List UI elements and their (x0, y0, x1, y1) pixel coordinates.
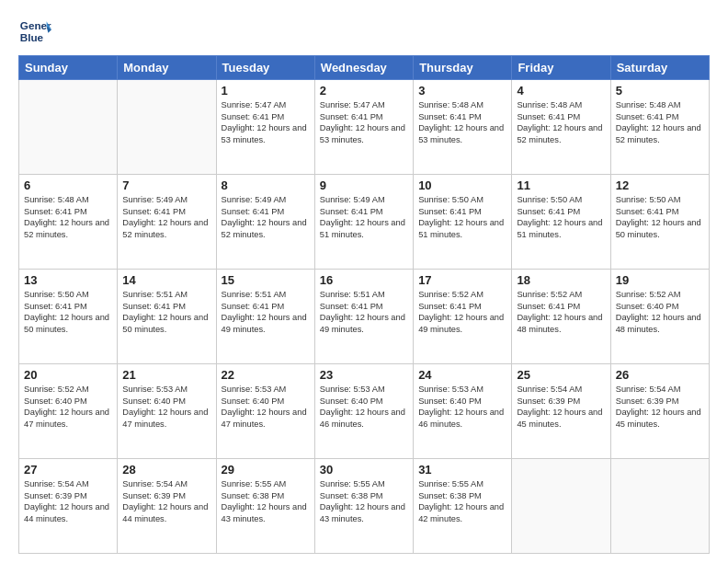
day-info: Sunrise: 5:50 AM Sunset: 6:41 PM Dayligh… (517, 194, 605, 240)
day-number: 12 (616, 178, 704, 192)
calendar-cell: 17Sunrise: 5:52 AM Sunset: 6:41 PM Dayli… (414, 270, 512, 364)
day-info: Sunrise: 5:53 AM Sunset: 6:40 PM Dayligh… (222, 384, 310, 430)
calendar-cell: 21Sunrise: 5:53 AM Sunset: 6:40 PM Dayli… (118, 364, 216, 459)
day-number: 24 (418, 368, 506, 382)
weekday-header-wednesday: Wednesday (314, 56, 413, 80)
day-number: 13 (24, 273, 112, 287)
day-number: 14 (122, 273, 210, 287)
calendar-cell: 4Sunrise: 5:48 AM Sunset: 6:41 PM Daylig… (512, 80, 610, 175)
calendar-cell: 7Sunrise: 5:49 AM Sunset: 6:41 PM Daylig… (118, 175, 216, 270)
day-info: Sunrise: 5:54 AM Sunset: 6:39 PM Dayligh… (616, 384, 704, 430)
day-info: Sunrise: 5:54 AM Sunset: 6:39 PM Dayligh… (24, 478, 112, 524)
day-info: Sunrise: 5:55 AM Sunset: 6:38 PM Dayligh… (418, 478, 506, 524)
calendar-cell: 10Sunrise: 5:50 AM Sunset: 6:41 PM Dayli… (414, 175, 512, 270)
week-row-4: 20Sunrise: 5:52 AM Sunset: 6:40 PM Dayli… (19, 364, 710, 459)
day-info: Sunrise: 5:48 AM Sunset: 6:41 PM Dayligh… (616, 99, 704, 145)
calendar-cell: 11Sunrise: 5:50 AM Sunset: 6:41 PM Dayli… (512, 175, 610, 270)
day-info: Sunrise: 5:53 AM Sunset: 6:40 PM Dayligh… (122, 384, 210, 430)
calendar-cell: 1Sunrise: 5:47 AM Sunset: 6:41 PM Daylig… (216, 80, 314, 175)
day-info: Sunrise: 5:55 AM Sunset: 6:38 PM Dayligh… (320, 478, 408, 524)
calendar-cell: 22Sunrise: 5:53 AM Sunset: 6:40 PM Dayli… (216, 364, 314, 459)
day-number: 30 (320, 463, 408, 477)
day-number: 25 (517, 368, 605, 382)
day-number: 9 (320, 178, 408, 192)
calendar-cell: 25Sunrise: 5:54 AM Sunset: 6:39 PM Dayli… (512, 364, 610, 459)
day-number: 7 (122, 178, 210, 192)
day-number: 1 (222, 84, 310, 98)
calendar: SundayMondayTuesdayWednesdayThursdayFrid… (18, 55, 710, 554)
calendar-cell: 31Sunrise: 5:55 AM Sunset: 6:38 PM Dayli… (414, 459, 512, 554)
weekday-header-friday: Friday (512, 56, 610, 80)
calendar-cell: 24Sunrise: 5:53 AM Sunset: 6:40 PM Dayli… (414, 364, 512, 459)
calendar-cell: 5Sunrise: 5:48 AM Sunset: 6:41 PM Daylig… (610, 80, 709, 175)
weekday-header-tuesday: Tuesday (216, 56, 314, 80)
day-number: 8 (222, 178, 310, 192)
day-info: Sunrise: 5:51 AM Sunset: 6:41 PM Dayligh… (320, 289, 408, 335)
day-number: 4 (517, 84, 605, 98)
week-row-5: 27Sunrise: 5:54 AM Sunset: 6:39 PM Dayli… (19, 459, 710, 554)
calendar-cell: 6Sunrise: 5:48 AM Sunset: 6:41 PM Daylig… (19, 175, 118, 270)
day-info: Sunrise: 5:47 AM Sunset: 6:41 PM Dayligh… (320, 99, 408, 145)
day-info: Sunrise: 5:49 AM Sunset: 6:41 PM Dayligh… (122, 194, 210, 240)
day-number: 21 (122, 368, 210, 382)
day-number: 26 (616, 368, 704, 382)
day-number: 11 (517, 178, 605, 192)
calendar-cell (610, 459, 709, 554)
calendar-cell: 26Sunrise: 5:54 AM Sunset: 6:39 PM Dayli… (610, 364, 709, 459)
day-number: 18 (517, 273, 605, 287)
calendar-cell: 15Sunrise: 5:51 AM Sunset: 6:41 PM Dayli… (216, 270, 314, 364)
calendar-cell: 19Sunrise: 5:52 AM Sunset: 6:40 PM Dayli… (610, 270, 709, 364)
weekday-header-sunday: Sunday (19, 56, 118, 80)
calendar-cell: 27Sunrise: 5:54 AM Sunset: 6:39 PM Dayli… (19, 459, 118, 554)
day-number: 6 (24, 178, 112, 192)
weekday-header-saturday: Saturday (610, 56, 709, 80)
calendar-cell: 13Sunrise: 5:50 AM Sunset: 6:41 PM Dayli… (19, 270, 118, 364)
calendar-cell: 20Sunrise: 5:52 AM Sunset: 6:40 PM Dayli… (19, 364, 118, 459)
day-info: Sunrise: 5:48 AM Sunset: 6:41 PM Dayligh… (418, 99, 506, 145)
calendar-cell (512, 459, 610, 554)
day-number: 5 (616, 84, 704, 98)
calendar-cell (19, 80, 118, 175)
day-info: Sunrise: 5:53 AM Sunset: 6:40 PM Dayligh… (418, 384, 506, 430)
calendar-cell: 3Sunrise: 5:48 AM Sunset: 6:41 PM Daylig… (414, 80, 512, 175)
calendar-cell: 23Sunrise: 5:53 AM Sunset: 6:40 PM Dayli… (314, 364, 413, 459)
day-info: Sunrise: 5:50 AM Sunset: 6:41 PM Dayligh… (616, 194, 704, 240)
weekday-header-monday: Monday (118, 56, 216, 80)
day-info: Sunrise: 5:48 AM Sunset: 6:41 PM Dayligh… (517, 99, 605, 145)
day-number: 16 (320, 273, 408, 287)
day-number: 27 (24, 463, 112, 477)
week-row-3: 13Sunrise: 5:50 AM Sunset: 6:41 PM Dayli… (19, 270, 710, 364)
week-row-2: 6Sunrise: 5:48 AM Sunset: 6:41 PM Daylig… (19, 175, 710, 270)
day-number: 2 (320, 84, 408, 98)
calendar-cell: 14Sunrise: 5:51 AM Sunset: 6:41 PM Dayli… (118, 270, 216, 364)
day-info: Sunrise: 5:51 AM Sunset: 6:41 PM Dayligh… (222, 289, 310, 335)
calendar-cell: 16Sunrise: 5:51 AM Sunset: 6:41 PM Dayli… (314, 270, 413, 364)
calendar-cell: 28Sunrise: 5:54 AM Sunset: 6:39 PM Dayli… (118, 459, 216, 554)
day-info: Sunrise: 5:52 AM Sunset: 6:41 PM Dayligh… (418, 289, 506, 335)
logo: General Blue (18, 15, 51, 48)
day-info: Sunrise: 5:52 AM Sunset: 6:40 PM Dayligh… (616, 289, 704, 335)
day-info: Sunrise: 5:47 AM Sunset: 6:41 PM Dayligh… (222, 99, 310, 145)
day-info: Sunrise: 5:48 AM Sunset: 6:41 PM Dayligh… (24, 194, 112, 240)
calendar-cell: 29Sunrise: 5:55 AM Sunset: 6:38 PM Dayli… (216, 459, 314, 554)
calendar-cell: 2Sunrise: 5:47 AM Sunset: 6:41 PM Daylig… (314, 80, 413, 175)
day-number: 29 (222, 463, 310, 477)
day-number: 20 (24, 368, 112, 382)
calendar-cell: 9Sunrise: 5:49 AM Sunset: 6:41 PM Daylig… (314, 175, 413, 270)
day-info: Sunrise: 5:52 AM Sunset: 6:40 PM Dayligh… (24, 384, 112, 430)
day-info: Sunrise: 5:54 AM Sunset: 6:39 PM Dayligh… (517, 384, 605, 430)
day-info: Sunrise: 5:53 AM Sunset: 6:40 PM Dayligh… (320, 384, 408, 430)
svg-text:Blue: Blue (20, 31, 44, 43)
day-info: Sunrise: 5:52 AM Sunset: 6:41 PM Dayligh… (517, 289, 605, 335)
generalblue-logo-icon: General Blue (18, 15, 51, 48)
calendar-cell: 18Sunrise: 5:52 AM Sunset: 6:41 PM Dayli… (512, 270, 610, 364)
calendar-cell (118, 80, 216, 175)
calendar-cell: 8Sunrise: 5:49 AM Sunset: 6:41 PM Daylig… (216, 175, 314, 270)
weekday-header-row: SundayMondayTuesdayWednesdayThursdayFrid… (19, 56, 710, 80)
day-number: 31 (418, 463, 506, 477)
day-number: 3 (418, 84, 506, 98)
calendar-cell: 30Sunrise: 5:55 AM Sunset: 6:38 PM Dayli… (314, 459, 413, 554)
day-info: Sunrise: 5:49 AM Sunset: 6:41 PM Dayligh… (222, 194, 310, 240)
day-number: 23 (320, 368, 408, 382)
day-number: 15 (222, 273, 310, 287)
